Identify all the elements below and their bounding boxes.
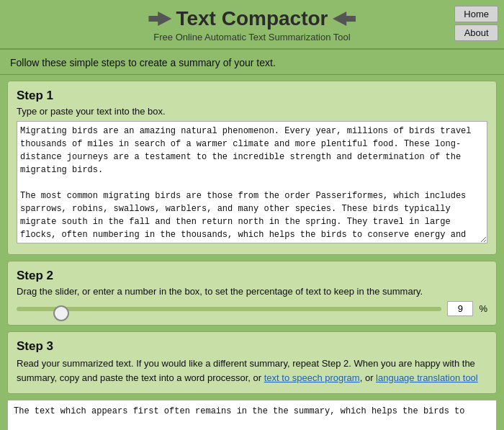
intro-text: Follow these simple steps to create a su…	[0, 50, 504, 75]
app-title: Text Compactor	[148, 7, 355, 30]
step2-title: Step 2	[17, 269, 487, 283]
output-text: The text which appears first often remai…	[14, 406, 465, 416]
title-text: Text Compactor	[176, 7, 328, 30]
percentage-slider[interactable]	[17, 311, 441, 315]
arrow-left-icon	[148, 12, 171, 26]
step1-instruction: Type or paste your text into the box.	[17, 106, 487, 117]
step3-text-part2: , or	[360, 372, 376, 383]
step2-box: Step 2 Drag the slider, or enter a numbe…	[7, 261, 497, 326]
step1-title: Step 1	[17, 89, 487, 103]
header-center: Text Compactor Free Online Automatic Tex…	[148, 7, 355, 42]
nav-buttons: Home About	[454, 6, 498, 41]
slider-track	[17, 307, 441, 311]
percent-label: %	[479, 303, 487, 314]
step3-box: Step 3 Read your summarized text. If you…	[7, 331, 497, 394]
app-subtitle: Free Online Automatic Text Summarization…	[148, 32, 355, 42]
step1-box: Step 1 Type or paste your text into the …	[7, 81, 497, 255]
about-button[interactable]: About	[454, 24, 498, 41]
text-input[interactable]	[17, 121, 487, 243]
header: Text Compactor Free Online Automatic Tex…	[0, 0, 504, 50]
home-button[interactable]: Home	[454, 6, 498, 22]
percentage-input[interactable]	[447, 301, 473, 316]
step2-instruction: Drag the slider, or enter a number in th…	[17, 286, 487, 297]
intro-label: Follow these simple steps to create a su…	[10, 57, 276, 68]
text-to-speech-link[interactable]: text to speech program	[264, 372, 360, 383]
output-box: The text which appears first often remai…	[7, 400, 497, 430]
language-translation-link[interactable]: language translation tool	[376, 372, 478, 383]
step3-instruction: Read your summarized text. If you would …	[17, 357, 487, 385]
arrow-right-icon	[333, 12, 356, 26]
step3-title: Step 3	[17, 339, 487, 354]
slider-row: %	[17, 301, 487, 316]
